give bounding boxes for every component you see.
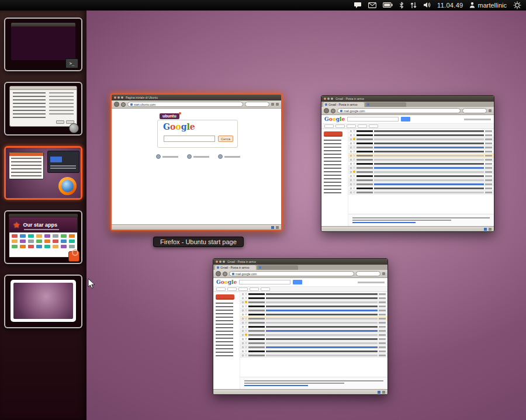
email-row: [348, 166, 494, 170]
workspace-thumb-updater[interactable]: [4, 82, 82, 136]
search-box: [462, 108, 487, 113]
email-row: [240, 313, 387, 317]
firefox-icon: [58, 177, 77, 195]
titlebar: Pagina iniziale di Ubuntu: [112, 95, 281, 100]
gmail-search-input: [239, 280, 290, 284]
search-box: [245, 102, 269, 107]
email-list: [348, 129, 494, 226]
toolbar-icon: [382, 272, 385, 275]
email-row: [240, 337, 387, 341]
back-button: [216, 271, 221, 276]
email-row: [348, 150, 494, 154]
gmail-header: Google: [321, 115, 494, 124]
window-preview: [9, 152, 44, 179]
email-row: [348, 158, 494, 162]
link-item: [218, 154, 240, 159]
window-title: Gmail - Posta in arrivo: [227, 260, 256, 263]
google-logo: Google: [216, 280, 237, 285]
forward-button: [223, 272, 227, 276]
star-icon: ★: [13, 221, 20, 229]
window-gmail-top[interactable]: Gmail - Posta in arrivo Gmail - Posta in…: [321, 95, 494, 232]
email-row: [348, 129, 494, 133]
power-gear-icon[interactable]: [513, 0, 521, 11]
terminal-window-preview: [11, 22, 76, 61]
workspace-thumb-terminal[interactable]: >_: [4, 18, 82, 71]
toolbar-icon: [271, 103, 274, 106]
bluetooth-icon[interactable]: [399, 0, 404, 11]
email-row: [240, 333, 387, 337]
mail-icon[interactable]: [368, 0, 376, 11]
gmail-folder-list: [216, 303, 233, 359]
email-row: [348, 174, 494, 178]
toolbar-icon: [489, 109, 492, 112]
window-gmail-bottom[interactable]: Gmail - Posta in arrivo Gmail - Posta in…: [213, 258, 388, 395]
url-bar: mail.google.com: [337, 108, 461, 113]
search-box: [356, 271, 380, 276]
email-row: [240, 345, 387, 349]
gmail-main: [321, 129, 494, 226]
gmail-footer-note: [240, 377, 387, 389]
google-logo: Google: [324, 117, 345, 122]
gmail-main: [213, 292, 387, 389]
url-bar: start.ubuntu.com: [127, 102, 243, 107]
link-icon: [156, 154, 161, 159]
email-row: [240, 296, 387, 300]
gmail-search-button: [401, 117, 410, 122]
window-title: Pagina iniziale di Ubuntu: [126, 96, 158, 99]
email-row: [240, 341, 387, 345]
favicon: [232, 273, 234, 275]
gmail-sidebar: [213, 292, 240, 389]
gmail-sidebar: [321, 129, 348, 226]
volume-icon[interactable]: [423, 0, 431, 11]
url-bar: mail.google.com: [229, 271, 354, 276]
workspace-thumb-software-center[interactable]: ★ Our star apps: [4, 210, 82, 264]
email-row: [240, 304, 387, 308]
account-links: [358, 282, 385, 283]
browser-tab: [257, 265, 298, 270]
titlebar: Gmail - Posta in arrivo: [321, 96, 494, 102]
search-button: Cerca: [218, 136, 233, 142]
tab-strip: Gmail - Posta in arrivo: [213, 265, 387, 270]
browser-toolbar: mail.google.com: [321, 107, 494, 115]
browser-toolbar: mail.google.com: [213, 270, 387, 278]
search-input: [164, 136, 215, 142]
forward-button: [331, 109, 335, 113]
email-row: [240, 308, 387, 313]
gmail-footer-note: [348, 214, 494, 226]
user-icon: [469, 2, 475, 8]
status-bar: [112, 224, 281, 230]
gmail-action-bar: [321, 124, 494, 129]
link-icon: [187, 154, 192, 159]
messaging-menu-icon[interactable]: [354, 0, 362, 11]
link-item: [187, 154, 209, 159]
clock[interactable]: 11.04.49: [437, 2, 463, 9]
software-center-icon: [68, 251, 79, 262]
email-row: [240, 321, 387, 325]
workspace-thumb-desktop[interactable]: [4, 275, 82, 328]
workspace-switcher: >_ ★ Our star apps: [0, 11, 86, 420]
browser-toolbar: start.ubuntu.com: [112, 100, 281, 109]
status-bar: [213, 389, 387, 394]
network-traffic-icon[interactable]: [410, 0, 417, 11]
titlebar: Gmail - Posta in arrivo: [213, 259, 387, 265]
software-center-preview: ★ Our star apps: [9, 217, 78, 258]
status-bar: [321, 226, 494, 231]
updater-window-preview: [9, 86, 77, 127]
username: martellinic: [477, 2, 507, 9]
gmail-folder-list: [324, 140, 341, 196]
session-user-menu[interactable]: martellinic: [469, 2, 507, 9]
battery-icon[interactable]: [383, 0, 393, 11]
google-logo: Google: [163, 123, 195, 131]
email-row: [348, 133, 494, 137]
window-firefox-start-page[interactable]: Pagina iniziale di Ubuntu start.ubuntu.c…: [110, 93, 282, 231]
gmail-compose-button: [324, 131, 342, 137]
forward-button: [121, 102, 126, 107]
email-row: [348, 182, 494, 186]
banner-title: Our star apps: [23, 223, 58, 228]
email-row: [240, 317, 387, 321]
email-row: [240, 349, 387, 353]
workspace-thumb-browser-selected[interactable]: [4, 146, 82, 200]
email-row: [240, 325, 387, 329]
window-preview: [47, 151, 79, 173]
email-row: [348, 178, 494, 182]
